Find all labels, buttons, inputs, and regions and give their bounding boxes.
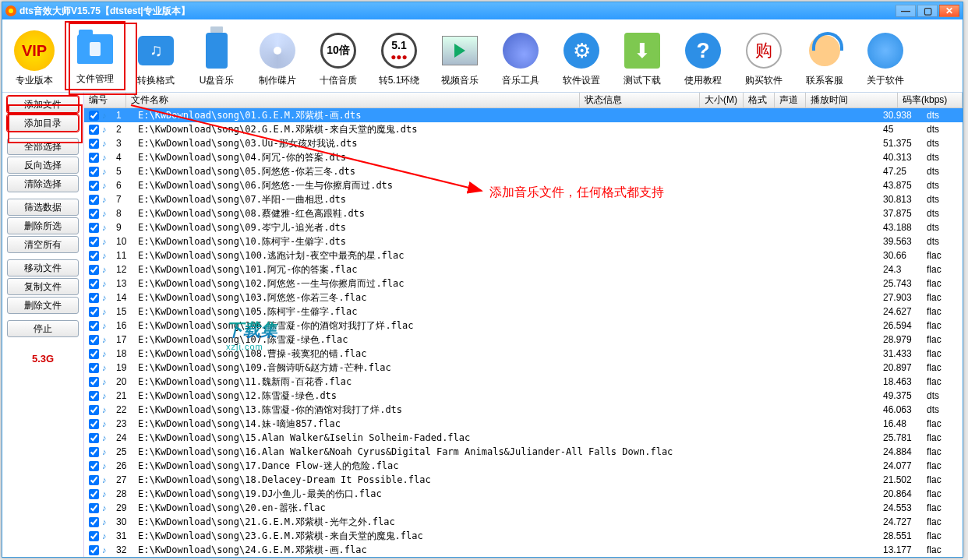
row-checkbox[interactable] bbox=[89, 265, 99, 275]
toolbar-about[interactable]: 关于软件 bbox=[855, 21, 916, 90]
col-channels[interactable]: 声道 bbox=[775, 93, 806, 107]
table-row[interactable]: ♪8E:\KwDownload\song\08.蔡健雅-红色高跟鞋.dts37.… bbox=[84, 206, 963, 220]
col-index[interactable]: 编号 bbox=[84, 93, 126, 107]
table-row[interactable]: ♪25E:\KwDownload\song\16.Alan Walker&Noa… bbox=[84, 445, 963, 459]
table-row[interactable]: ♪27E:\KwDownload\song\18.Delacey-Dream I… bbox=[84, 473, 963, 487]
row-checkbox[interactable] bbox=[89, 349, 99, 359]
row-checkbox[interactable] bbox=[89, 335, 99, 345]
row-checkbox[interactable] bbox=[89, 181, 99, 191]
table-row[interactable]: ♪22E:\KwDownload\song\13.陈雪凝-你的酒馆对我打了烊.d… bbox=[84, 403, 963, 417]
table-row[interactable]: ♪10E:\KwDownload\song\10.陈柯宇-生僻字.dts39.5… bbox=[84, 234, 963, 248]
table-row[interactable]: ♪7E:\KwDownload\song\07.半阳-一曲相思.dts30.81… bbox=[84, 192, 963, 206]
clear-select-button[interactable]: 清除选择 bbox=[7, 175, 79, 192]
row-checkbox[interactable] bbox=[89, 237, 99, 247]
toolbar-video[interactable]: 视频音乐 bbox=[429, 21, 490, 90]
minimize-button[interactable]: — bbox=[896, 5, 916, 17]
row-checkbox[interactable] bbox=[89, 433, 99, 443]
copy-file-button[interactable]: 复制文件 bbox=[7, 278, 79, 295]
toolbar-support[interactable]: 联系客服 bbox=[794, 21, 855, 90]
table-row[interactable]: ♪19E:\KwDownload\song\109.音阙诗听&赵方婧-芒种.fl… bbox=[84, 361, 963, 375]
toolbar-convert[interactable]: ♫转换格式 bbox=[125, 21, 186, 90]
toolbar-buy[interactable]: 购购买软件 bbox=[733, 21, 794, 90]
row-checkbox[interactable] bbox=[89, 223, 99, 233]
row-checkbox[interactable] bbox=[89, 307, 99, 317]
row-checkbox[interactable] bbox=[89, 293, 99, 303]
table-row[interactable]: ♪9E:\KwDownload\song\09.岑宁儿-追光者.dts43.18… bbox=[84, 220, 963, 234]
table-row[interactable]: ♪1E:\KwDownload\song\01.G.E.M.邓紫棋-画.dts3… bbox=[84, 108, 963, 122]
row-checkbox[interactable] bbox=[89, 503, 99, 513]
row-checkbox[interactable] bbox=[89, 153, 99, 163]
row-checkbox[interactable] bbox=[89, 531, 99, 541]
row-checkbox[interactable] bbox=[89, 167, 99, 177]
table-row[interactable]: ♪20E:\KwDownload\song\11.魏新雨-百花香.flac18.… bbox=[84, 375, 963, 389]
table-row[interactable]: ♪28E:\KwDownload\song\19.DJ小鱼儿-最美的伤口.fla… bbox=[84, 487, 963, 501]
row-checkbox[interactable] bbox=[89, 111, 99, 121]
row-checkbox[interactable] bbox=[89, 279, 99, 289]
col-bitrate[interactable]: 码率(kbps) bbox=[898, 93, 963, 107]
row-checkbox[interactable] bbox=[89, 545, 99, 555]
toolbar-x10[interactable]: 10倍十倍音质 bbox=[308, 21, 369, 90]
row-checkbox[interactable] bbox=[89, 489, 99, 499]
toolbar-disc[interactable]: 制作碟片 bbox=[247, 21, 308, 90]
row-checkbox[interactable] bbox=[89, 195, 99, 205]
toolbar-usb[interactable]: U盘音乐 bbox=[186, 21, 247, 90]
row-checkbox[interactable] bbox=[89, 251, 99, 261]
stop-button[interactable]: 停止 bbox=[7, 320, 79, 337]
table-row[interactable]: ♪31E:\KwDownload\song\23.G.E.M.邓紫棋-来自天堂的… bbox=[84, 529, 963, 543]
table-row[interactable]: ♪18E:\KwDownload\song\108.曹操-莪寞犯的错.flac3… bbox=[84, 347, 963, 361]
list-body[interactable]: ♪1E:\KwDownload\song\01.G.E.M.邓紫棋-画.dts3… bbox=[84, 108, 963, 555]
row-checkbox[interactable] bbox=[89, 377, 99, 387]
toolbar-tutorial[interactable]: ?使用教程 bbox=[673, 21, 733, 90]
delete-selected-button[interactable]: 删除所选 bbox=[7, 217, 79, 234]
table-row[interactable]: ♪30E:\KwDownload\song\21.G.E.M.邓紫棋-光年之外.… bbox=[84, 515, 963, 529]
row-checkbox[interactable] bbox=[89, 405, 99, 415]
table-row[interactable]: ♪26E:\KwDownload\song\17.Dance Flow-迷人的危… bbox=[84, 459, 963, 473]
toolbar-testdl[interactable]: ⬇测试下载 bbox=[612, 21, 673, 90]
table-row[interactable]: ♪6E:\KwDownload\song\06.阿悠悠-一生与你擦肩而过.dts… bbox=[84, 178, 963, 192]
table-row[interactable]: ♪2E:\KwDownload\song\02.G.E.M.邓紫棋-来自天堂的魔… bbox=[84, 122, 963, 136]
table-row[interactable]: ♪32E:\KwDownload\song\24.G.E.M.邓紫棋-画.fla… bbox=[84, 543, 963, 555]
add-dir-button[interactable]: 添加目录 bbox=[7, 114, 79, 132]
toolbar-file-mgr[interactable]: 文件管理 bbox=[65, 21, 125, 90]
row-checkbox[interactable] bbox=[89, 363, 99, 373]
table-row[interactable]: ♪11E:\KwDownload\song\100.逃跑计划-夜空中最亮的星.f… bbox=[84, 248, 963, 262]
row-checkbox[interactable] bbox=[89, 447, 99, 457]
col-format[interactable]: 格式 bbox=[744, 93, 775, 107]
table-row[interactable]: ♪12E:\KwDownload\song\101.阿冗-你的答案.flac24… bbox=[84, 262, 963, 276]
table-row[interactable]: ♪29E:\KwDownload\song\20.en-嚣张.flac24.55… bbox=[84, 501, 963, 515]
row-checkbox[interactable] bbox=[89, 321, 99, 331]
select-all-button[interactable]: 全部选择 bbox=[7, 138, 79, 155]
close-button[interactable]: ✕ bbox=[939, 5, 959, 17]
toolbar-surround[interactable]: 5.1●●●转5.1环绕 bbox=[369, 21, 429, 90]
table-row[interactable]: ♪17E:\KwDownload\song\107.陈雪凝-绿色.flac28.… bbox=[84, 333, 963, 347]
toolbar-settings[interactable]: ⚙软件设置 bbox=[551, 21, 612, 90]
invert-select-button[interactable]: 反向选择 bbox=[7, 157, 79, 174]
row-checkbox[interactable] bbox=[89, 139, 99, 149]
table-row[interactable]: ♪5E:\KwDownload\song\05.阿悠悠-你若三冬.dts47.2… bbox=[84, 164, 963, 178]
delete-file-button[interactable]: 删除文件 bbox=[7, 297, 79, 314]
row-checkbox[interactable] bbox=[89, 475, 99, 485]
table-row[interactable]: ♪24E:\KwDownload\song\15.Alan Walker&Ise… bbox=[84, 431, 963, 445]
row-checkbox[interactable] bbox=[89, 517, 99, 527]
row-checkbox[interactable] bbox=[89, 209, 99, 219]
maximize-button[interactable]: ▢ bbox=[917, 5, 938, 17]
add-file-button[interactable]: 添加文件 bbox=[7, 96, 79, 113]
table-row[interactable]: ♪16E:\KwDownload\song\106.陈雪凝-你的酒馆对我打了烊.… bbox=[84, 319, 963, 333]
col-name[interactable]: 文件名称 bbox=[126, 93, 580, 107]
row-checkbox[interactable] bbox=[89, 461, 99, 471]
clear-all-button[interactable]: 清空所有 bbox=[7, 236, 79, 253]
row-checkbox[interactable] bbox=[89, 125, 99, 135]
col-playtime[interactable]: 播放时间 bbox=[806, 93, 898, 107]
col-status[interactable]: 状态信息 bbox=[580, 93, 700, 107]
table-row[interactable]: ♪15E:\KwDownload\song\105.陈柯宇-生僻字.flac24… bbox=[84, 305, 963, 319]
table-row[interactable]: ♪13E:\KwDownload\song\102.阿悠悠-一生与你擦肩而过.f… bbox=[84, 276, 963, 291]
toolbar-vip[interactable]: VIP专业版本 bbox=[4, 21, 65, 90]
row-checkbox[interactable] bbox=[89, 391, 99, 401]
col-size[interactable]: 大小(M) bbox=[700, 93, 744, 107]
filter-button[interactable]: 筛选数据 bbox=[7, 199, 79, 216]
row-checkbox[interactable] bbox=[89, 419, 99, 429]
table-row[interactable]: ♪14E:\KwDownload\song\103.阿悠悠-你若三冬.flac2… bbox=[84, 291, 963, 305]
toolbar-tools[interactable]: 音乐工具 bbox=[490, 21, 551, 90]
move-file-button[interactable]: 移动文件 bbox=[7, 259, 79, 276]
table-row[interactable]: ♪23E:\KwDownload\song\14.妹-嘀迪857.flac16.… bbox=[84, 417, 963, 431]
